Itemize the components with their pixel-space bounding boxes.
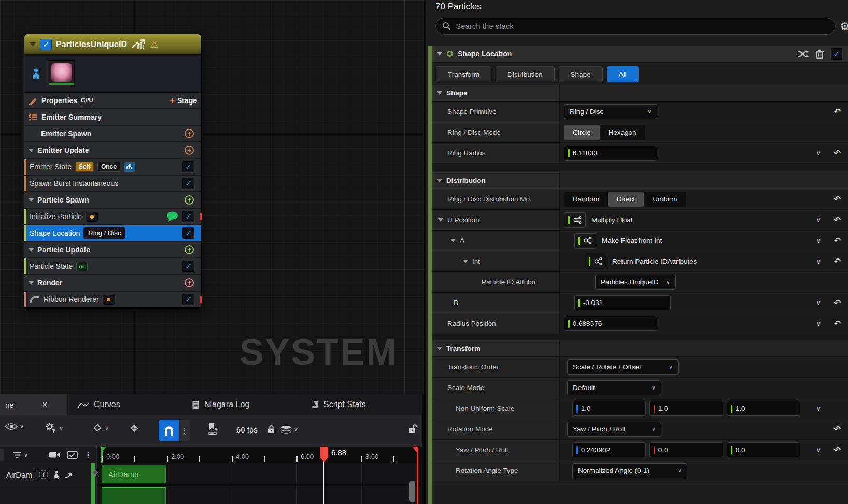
b-input[interactable] [583,299,667,307]
airdamp-clip-secondary[interactable] [102,487,166,504]
playhead-marker[interactable] [320,447,328,462]
more-options-icon[interactable]: ⋮ [84,450,92,460]
scale-y-input[interactable] [658,405,719,412]
snap-toggle-button[interactable] [159,420,179,441]
module-enabled-checkbox[interactable]: ✓ [182,261,194,272]
reset-icon[interactable]: ↶ [834,194,841,204]
stack-row-emitter-state[interactable]: Emitter State Self Once ✓ [24,159,201,175]
render-preview-button[interactable] [67,451,78,459]
chevron-down-icon[interactable]: ∨ [816,299,821,307]
option-random[interactable]: Random [564,192,608,207]
stack-row-shape-location[interactable]: Shape Location Ring / Disc ✓ [24,225,201,241]
ring-radius-input[interactable] [573,149,653,157]
tab-distribution[interactable]: Distribution [496,66,555,82]
fps-display[interactable]: 60 fps [236,425,258,434]
lock-icon[interactable] [267,425,275,434]
stack-row-render[interactable]: Render + [24,275,201,291]
add-module-icon[interactable]: + [185,146,194,155]
reset-icon[interactable]: ↶ [834,319,841,328]
shape-location-header[interactable]: Shape Location ✓ [432,46,848,63]
group-header-shape[interactable]: Shape [432,85,848,102]
filter-button[interactable]: ∨ [12,452,28,458]
option-uniform[interactable]: Uniform [644,192,686,207]
particle-id-dropdown[interactable]: Particles.UniqueID ∨ [595,275,676,290]
reset-icon[interactable]: ↶ [834,256,841,266]
auto-key-options-button[interactable]: ∨ [46,423,63,434]
group-header-transform[interactable]: Transform [432,340,848,357]
playhead-line[interactable] [323,462,324,504]
emitter-enabled-checkbox[interactable]: ✓ [40,39,52,50]
emitter-node-header[interactable]: ✓ ParticlesUniqueID ⚠ [24,34,201,55]
track-header-airdamp[interactable]: AirDam i [0,463,96,486]
stack-row-ribbon-renderer[interactable]: Ribbon Renderer ✓ [24,292,201,307]
reset-icon[interactable]: ↶ [834,215,841,225]
timeline-ruler[interactable]: 0.00 2.00 4.00 6.00 8.00 6.88 [97,447,422,463]
radius-position-input[interactable] [573,320,653,327]
stack-row-emitter-summary[interactable]: Emitter Summary [24,109,201,125]
module-enabled-checkbox[interactable]: ✓ [182,178,194,189]
reset-icon[interactable]: ↶ [834,236,841,246]
track-name-field[interactable]: AirDam [6,470,32,479]
collapse-group-icon[interactable] [437,91,442,95]
option-hexagon[interactable]: Hexagon [600,125,645,140]
airdamp-clip[interactable]: AirDamp [102,465,166,483]
delete-icon[interactable] [815,49,824,59]
view-options-button[interactable]: ∨ [5,423,24,430]
collapse-row-icon[interactable] [450,239,456,242]
unlock-icon[interactable] [408,424,417,434]
shape-primitive-dropdown[interactable]: Ring / Disc ∨ [564,104,657,119]
reset-icon[interactable]: ↶ [834,148,841,158]
tab-shape[interactable]: Shape [559,66,603,82]
chevron-down-icon[interactable]: ∨ [816,320,821,327]
emitter-node[interactable]: ✓ ParticlesUniqueID ⚠ Properties [24,34,202,308]
collapse-group-icon[interactable] [29,248,34,252]
roll-input[interactable] [736,446,796,454]
pitch-input[interactable] [658,446,719,454]
shuffle-icon[interactable] [797,50,809,58]
rotation-angle-type-dropdown[interactable]: Normalized Angle (0-1) ∨ [572,463,687,478]
stack-row-initialize-particle[interactable]: Initialize Particle ✓ [24,209,201,224]
collapse-section-icon[interactable] [437,52,442,56]
module-enabled-checkbox[interactable]: ✓ [182,161,194,172]
tab-curves[interactable]: Curves [78,394,120,415]
collapse-group-icon[interactable] [29,198,34,202]
reset-icon[interactable]: ↶ [834,298,841,308]
add-stage-button[interactable]: + Stage [169,95,197,106]
material-thumbnail[interactable] [48,60,75,87]
collapse-group-icon[interactable] [29,281,34,285]
search-input[interactable] [456,22,829,31]
chevron-down-icon[interactable]: ∨ [816,446,821,454]
timeline-tracks[interactable]: AirDamp [97,463,422,504]
yaw-input[interactable] [581,446,642,454]
collapse-row-icon[interactable] [463,260,468,263]
performance-chart-icon[interactable] [131,39,146,49]
scale-z-input[interactable] [736,405,796,412]
tab-niagara-log[interactable]: Niagara Log [192,394,249,415]
collapse-emitter-icon[interactable] [30,42,36,47]
stack-search-bar[interactable] [435,18,836,35]
person-icon[interactable] [32,68,40,79]
reset-icon[interactable]: ↶ [834,445,841,455]
add-renderer-icon[interactable]: + [185,278,194,287]
collapse-row-icon[interactable] [438,218,443,222]
reset-icon[interactable]: ↶ [834,107,841,117]
tab-transform[interactable]: Transform [436,66,491,82]
add-module-icon[interactable]: + [185,245,194,254]
a-dynamic-input[interactable] [574,233,596,249]
tab-timeline-partial[interactable]: ne ✕ [0,394,67,415]
module-enabled-checkbox[interactable]: ✓ [182,211,194,222]
stack-row-emitter-update[interactable]: Emitter Update + [24,142,201,158]
playback-end-marker[interactable] [417,447,418,504]
chevron-down-icon[interactable]: ∨ [816,257,821,265]
add-module-icon[interactable]: + [185,129,194,138]
timeline-scrollbar[interactable] [409,481,415,502]
collapse-group-icon[interactable] [437,347,442,350]
chevron-down-icon[interactable]: ∨ [816,216,821,224]
module-enabled-checkbox[interactable]: ✓ [182,294,194,305]
goto-arrow-icon[interactable] [64,471,73,478]
scale-mode-dropdown[interactable]: Default ∨ [567,380,661,395]
stack-row-properties[interactable]: Properties CPU + Stage [24,93,201,108]
add-module-icon[interactable]: + [185,195,194,205]
chevron-down-icon[interactable]: ∨ [816,149,821,157]
chevron-down-icon[interactable]: ∨ [816,237,821,244]
